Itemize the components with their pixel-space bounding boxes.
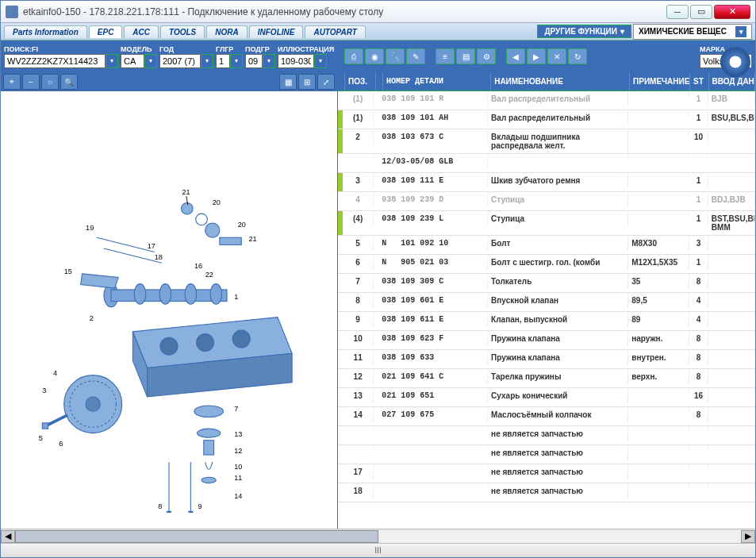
illus-input[interactable] [278,54,314,68]
cross-icon[interactable]: ✕ [547,48,566,64]
table-row[interactable]: 2038 103 673 CВкладыш подшипника распред… [338,129,755,154]
table-row[interactable]: 5N 101 092 10БолтM8X303 [338,236,755,255]
chemical-dropdown[interactable]: ХИМИЧЕСКИЕ ВЕЩЕС ▾ [633,24,752,40]
table-row[interactable]: 7038 109 309 CТолкатель358 [338,274,755,293]
name-cell: Пружина клапана [488,350,628,365]
name-cell: не является запчастью [488,483,628,498]
table-row[interactable]: 4038 109 239 DСтупица1BDJ,BJB [338,192,755,211]
table-row[interactable]: 8038 109 601 EВпускной клапан89,54 [338,293,755,312]
table-row[interactable]: (4)038 109 239 LСтупица1BST,BSU,BL BMM [338,211,755,236]
year-input[interactable] [159,54,201,68]
maximize-button[interactable]: ▭ [690,5,712,19]
table-row[interactable]: 6N 905 021 03Болт с шестигр. гол. (комби… [338,255,755,274]
note-icon[interactable]: ✎ [406,48,425,64]
year-dropdown-button[interactable]: ▾ [201,54,213,68]
zoom-out-icon[interactable]: − [22,74,40,90]
zoom-fit-icon[interactable]: ⌖ [3,74,21,90]
next-icon[interactable]: ▶ [527,48,546,64]
st-cell: 1 [689,255,708,270]
svg-text:1: 1 [234,293,238,301]
model-input[interactable] [121,54,144,68]
glgr-dropdown-button[interactable]: ▾ [230,54,243,68]
table-row[interactable]: 12021 109 641 CТарелка пружиныверхн.8 [338,369,755,388]
svg-text:17: 17 [148,242,155,250]
name-cell: Ступица [488,211,628,226]
exploded-diagram[interactable]: 21 20 20 21 19 17 18 16 22 15 1 2 4 3 [1,91,337,529]
illus-dropdown-button[interactable]: ▾ [314,54,327,68]
tab-tools[interactable]: TOOLS [160,25,205,38]
tab-nora[interactable]: NORA [206,25,247,38]
data-cell [708,464,755,471]
svg-text:2: 2 [90,314,94,322]
data-cell [708,407,755,414]
table-row[interactable]: 9038 109 611 EКлапан, выпускной894 [338,312,755,331]
print-icon[interactable]: ⎙ [344,48,363,64]
grid-body[interactable]: (1)038 109 101 RВал распределительный1BJ… [338,91,755,529]
name-cell: Впускной клапан [488,293,628,308]
search-dropdown-button[interactable]: ▾ [106,54,118,68]
name-header[interactable]: НАИМЕНОВАНИЕ [491,72,630,90]
tab-parts-information[interactable]: Parts Information [4,25,87,38]
partnum-cell [378,445,488,452]
minimize-button[interactable]: ─ [666,5,689,19]
zoom-reset-icon[interactable]: ○ [41,74,59,90]
refresh-icon[interactable]: ↻ [568,48,587,64]
grid-icon[interactable]: ⊞ [298,74,316,90]
st-cell [689,445,708,452]
tab-acc[interactable]: ACC [124,25,159,38]
partnum-cell: 021 109 651 [378,388,488,403]
table-row[interactable]: (1)038 109 101 AHВал распределительный1B… [338,110,755,129]
prev-icon[interactable]: ◀ [506,48,525,64]
settings-icon[interactable]: ⚙ [477,48,496,64]
list-icon[interactable]: ≡ [436,48,455,64]
close-button[interactable]: ✕ [714,5,750,19]
content-area: ⌖ − ○ 🔍 ▦ ⊞ ⤢ [1,72,755,529]
pos-cell: 9 [343,312,374,327]
partnum-cell: 038 109 111 E [378,173,488,188]
podgr-input[interactable] [245,54,263,68]
scroll-thumb[interactable] [15,530,378,543]
table-row[interactable]: 17не является запчастью [338,464,755,483]
podgr-dropdown-button[interactable]: ▾ [263,54,275,68]
doc-icon[interactable]: ▤ [456,48,475,64]
tab-infoline[interactable]: INFOLINE [249,25,304,38]
table-row[interactable]: 10038 109 623 FПружина клапананаружн.8 [338,331,755,350]
table-row[interactable]: 11038 109 633Пружина клапанавнутрен.8 [338,350,755,369]
expand-icon[interactable]: ⤢ [317,74,335,90]
other-functions-dropdown[interactable]: ДРУГИЕ ФУНКЦИИ ▾ [537,25,631,38]
table-row[interactable]: не является запчастью [338,426,755,445]
note-header[interactable]: ПРИМЕЧАНИЕ [630,72,690,90]
wrench-icon[interactable]: 🔧 [386,48,405,64]
model-label: МОДЕЛЬ [121,45,157,54]
podgr-filter: ПОДГР ▾ [245,45,275,68]
pos-cell [343,426,374,433]
zoom-in-icon[interactable]: 🔍 [60,74,78,90]
tab-autopart[interactable]: AUTOPART [305,25,365,38]
table-row[interactable]: не является запчастью [338,445,755,464]
table-row[interactable]: 18не является запчастью [338,483,755,502]
table-row[interactable]: 12/03-05/08 GLB [338,154,755,173]
name-cell: Маслосъёмный колпачок [488,407,628,422]
scroll-right-button[interactable]: ▶ [741,530,755,543]
table-row[interactable]: 14027 109 675Маслосъёмный колпачок8 [338,407,755,426]
model-dropdown-button[interactable]: ▾ [144,54,157,68]
mark-header [338,72,345,90]
st-header[interactable]: ST [690,72,709,90]
glgr-input[interactable] [216,54,230,68]
table-row[interactable]: 3038 109 111 EШкив зубчатого ремня1 [338,173,755,192]
partnum-header[interactable]: НОМЕР ДЕТАЛИ [383,72,491,90]
layout-icon[interactable]: ▦ [279,74,297,90]
camera-icon[interactable]: ◉ [365,48,384,64]
horizontal-scrollbar[interactable]: ◀ ▶ [1,529,755,543]
table-row[interactable]: 13021 109 651Сухарь конический16 [338,388,755,407]
svg-point-23 [201,477,216,483]
scroll-track[interactable] [15,530,741,543]
tab-epc[interactable]: EPC [89,25,123,38]
partnum-cell: N 905 021 03 [378,255,488,270]
pos-header[interactable]: ПОЗ. [345,72,376,90]
pos-cell: 3 [343,173,374,188]
table-row[interactable]: (1)038 109 101 RВал распределительный1BJ… [338,91,755,110]
scroll-left-button[interactable]: ◀ [1,530,15,543]
grid-header: ПОЗ. НОМЕР ДЕТАЛИ НАИМЕНОВАНИЕ ПРИМЕЧАНИ… [338,72,755,91]
search-input[interactable] [4,54,106,68]
